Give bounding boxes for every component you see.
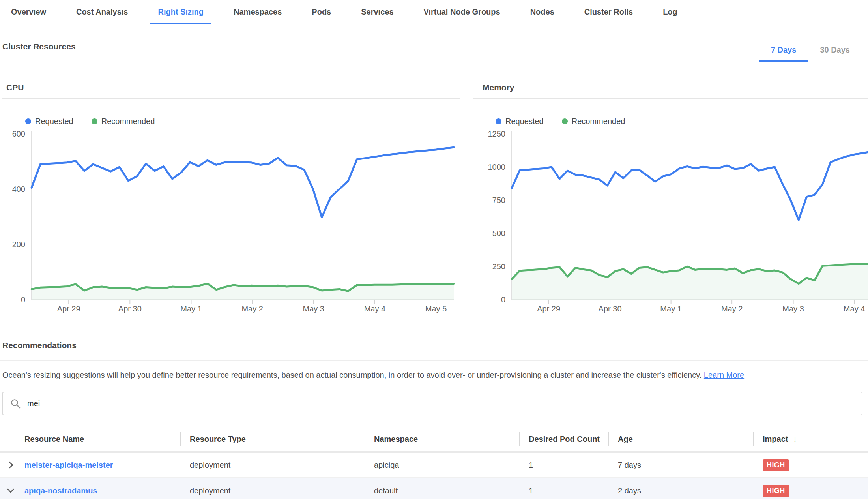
recommendations-table: Resource NameResource TypeNamespaceDesir… xyxy=(0,427,868,499)
y-tick-label: 250 xyxy=(492,262,505,271)
resource-name-link[interactable]: apiqa-nostradamus xyxy=(24,486,97,495)
tab-cost-analysis[interactable]: Cost Analysis xyxy=(68,0,136,24)
x-tick-label: May 3 xyxy=(303,304,324,313)
column-header-namespace[interactable]: Namespace xyxy=(365,427,519,452)
x-tick-label: May 1 xyxy=(660,304,681,313)
search-icon xyxy=(10,398,21,409)
table-header-row: Resource NameResource TypeNamespaceDesir… xyxy=(0,427,868,452)
legend-label: Requested xyxy=(35,117,73,126)
y-tick-label: 1000 xyxy=(488,163,506,171)
desired-pod-count-cell: 1 xyxy=(519,452,608,478)
cpu-chart: 6004002000Apr 29Apr 30May 1May 2May 3May… xyxy=(2,128,460,314)
column-header-age[interactable]: Age xyxy=(608,427,753,452)
recommendations-header: Recommendations xyxy=(0,341,868,361)
legend-label: Recommended xyxy=(572,117,625,126)
resource-name-cell: apiqa-nostradamus xyxy=(0,478,180,499)
x-tick-label: Apr 29 xyxy=(537,304,560,313)
legend-label: Recommended xyxy=(101,117,155,126)
search-box[interactable] xyxy=(2,392,862,415)
search-input[interactable] xyxy=(26,399,862,409)
recommended-legend-dot-icon xyxy=(92,118,97,124)
resource-type-cell: deployment xyxy=(180,452,365,478)
tab-overview[interactable]: Overview xyxy=(3,0,54,24)
table-row[interactable]: apiqa-nostradamusdeploymentdefault12 day… xyxy=(0,478,868,499)
y-tick-label: 200 xyxy=(12,240,25,249)
recommended-area xyxy=(512,264,868,300)
legend-item-recommended: Recommended xyxy=(92,117,155,126)
cluster-resources-title: Cluster Resources xyxy=(2,42,76,62)
tab-namespaces[interactable]: Namespaces xyxy=(226,0,290,24)
y-tick-label: 400 xyxy=(12,185,25,193)
resource-type-cell: deployment xyxy=(180,478,365,499)
resource-name-cell: meister-apiciqa-meister xyxy=(0,452,180,478)
x-tick-label: May 3 xyxy=(782,304,804,313)
x-tick-label: May 4 xyxy=(844,304,865,313)
recommended-legend-dot-icon xyxy=(562,118,568,124)
column-header-label: Desired Pod Count xyxy=(529,435,600,443)
y-tick-label: 0 xyxy=(21,295,25,304)
chevron-down-icon[interactable] xyxy=(6,486,24,495)
x-tick-label: May 1 xyxy=(180,304,202,313)
requested-line xyxy=(512,152,868,220)
top-nav: OverviewCost AnalysisRight SizingNamespa… xyxy=(0,0,868,24)
x-tick-label: Apr 30 xyxy=(599,304,622,313)
resource-name-link[interactable]: meister-apiciqa-meister xyxy=(24,461,113,470)
legend-item-requested: Requested xyxy=(496,117,544,126)
requested-line xyxy=(32,147,454,217)
legend-label: Requested xyxy=(505,117,544,126)
tab-virtual-node-groups[interactable]: Virtual Node Groups xyxy=(416,0,508,24)
tab-pods[interactable]: Pods xyxy=(304,0,339,24)
memory-chart-section: Memory RequestedRecommended 125010007505… xyxy=(473,83,868,314)
cpu-chart-legend: RequestedRecommended xyxy=(25,117,460,126)
range-tab-30-days[interactable]: 30 Days xyxy=(808,45,862,62)
recommendations-description: Ocean's resizing suggestions will help y… xyxy=(0,371,868,380)
memory-chart-legend: RequestedRecommended xyxy=(496,117,868,126)
cluster-resources-header: Cluster Resources 7 Days30 Days xyxy=(0,42,868,62)
namespace-cell: apiciqa xyxy=(365,452,519,478)
range-tab-7-days[interactable]: 7 Days xyxy=(759,45,808,62)
legend-item-requested: Requested xyxy=(25,117,73,126)
cpu-chart-title: CPU xyxy=(2,83,460,99)
x-tick-label: Apr 30 xyxy=(118,304,142,313)
impact-cell: HIGH xyxy=(753,452,868,478)
column-header-impact[interactable]: Impact↓ xyxy=(753,427,868,452)
column-header-label: Age xyxy=(618,435,633,443)
recommendations-description-text: Ocean's resizing suggestions will help y… xyxy=(2,371,702,379)
learn-more-link[interactable]: Learn More xyxy=(704,371,744,379)
table-row[interactable]: meister-apiciqa-meisterdeploymentapiciqa… xyxy=(0,452,868,478)
namespace-cell: default xyxy=(365,478,519,499)
age-cell: 2 days xyxy=(608,478,753,499)
tab-services[interactable]: Services xyxy=(353,0,401,24)
requested-legend-dot-icon xyxy=(25,118,31,124)
column-header-resource-name[interactable]: Resource Name xyxy=(0,427,180,452)
x-tick-label: May 4 xyxy=(364,304,385,313)
memory-chart-title: Memory xyxy=(473,83,868,99)
recommendations-title: Recommendations xyxy=(2,341,868,360)
impact-cell: HIGH xyxy=(753,478,868,499)
y-tick-label: 600 xyxy=(12,129,25,138)
x-tick-label: May 2 xyxy=(721,304,743,313)
column-header-label: Namespace xyxy=(374,435,418,443)
y-tick-label: 500 xyxy=(492,229,505,238)
charts-row: CPU RequestedRecommended 6004002000Apr 2… xyxy=(0,83,868,314)
memory-chart: 125010007505002500Apr 29Apr 30May 1May 2… xyxy=(473,128,868,314)
tab-log[interactable]: Log xyxy=(655,0,685,24)
x-tick-label: Apr 29 xyxy=(57,304,80,313)
column-header-desired-pod-count[interactable]: Desired Pod Count xyxy=(519,427,608,452)
column-header-label: Resource Type xyxy=(190,435,246,443)
desired-pod-count-cell: 1 xyxy=(519,478,608,499)
cpu-chart-section: CPU RequestedRecommended 6004002000Apr 2… xyxy=(2,83,460,314)
tab-cluster-rolls[interactable]: Cluster Rolls xyxy=(576,0,641,24)
column-header-resource-type[interactable]: Resource Type xyxy=(180,427,365,452)
chevron-right-icon[interactable] xyxy=(6,461,24,469)
column-header-label: Resource Name xyxy=(24,435,84,443)
x-tick-label: May 2 xyxy=(241,304,263,313)
column-header-label: Impact xyxy=(763,435,788,443)
tab-nodes[interactable]: Nodes xyxy=(522,0,562,24)
x-tick-label: May 5 xyxy=(425,304,447,313)
y-tick-label: 750 xyxy=(492,196,505,204)
tab-right-sizing[interactable]: Right Sizing xyxy=(150,0,211,24)
y-tick-label: 0 xyxy=(501,295,505,304)
arrow-down-icon: ↓ xyxy=(793,434,797,443)
requested-legend-dot-icon xyxy=(496,118,501,124)
